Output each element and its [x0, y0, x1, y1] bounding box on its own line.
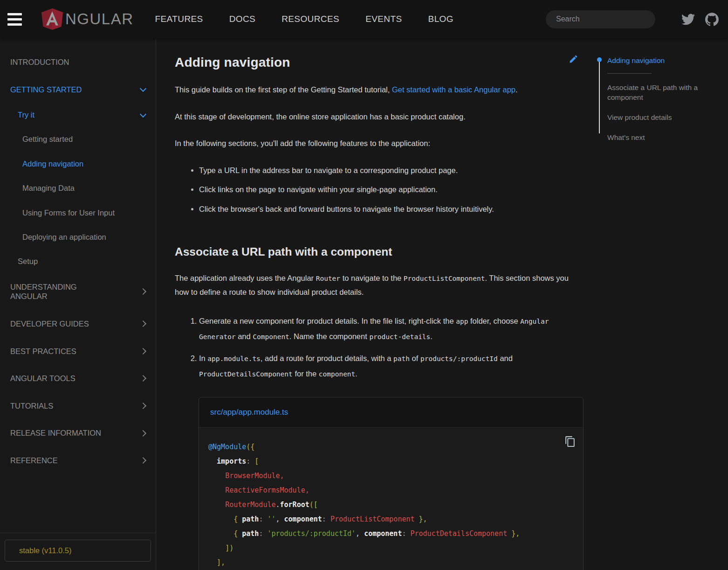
step-item: In app.module.ts, add a route for produc… — [199, 351, 583, 570]
sidebar-item-label: BEST PRACTICES — [10, 347, 76, 356]
hamburger-menu-icon[interactable] — [7, 10, 28, 28]
code-line: @NgModule({ — [208, 440, 574, 454]
inline-code: component — [319, 370, 356, 378]
sidebar-item-label: DEVELOPER GUIDES — [10, 319, 89, 329]
chevron-right-icon — [140, 457, 146, 464]
sidebar-item-release-information[interactable]: RELEASE INFORMATION — [0, 419, 156, 447]
code-line: ]) — [208, 541, 574, 556]
section-intro-paragraph: The application already uses the Angular… — [175, 271, 583, 299]
sidebar-item-developer-guides[interactable]: DEVELOPER GUIDES — [0, 310, 156, 338]
sidebar-item-best-practices[interactable]: BEST PRACTICES — [0, 338, 156, 365]
version-selector[interactable]: stable (v11.0.5) — [5, 540, 151, 562]
nav-link-resources[interactable]: RESOURCES — [282, 14, 339, 24]
chevron-right-icon — [140, 320, 146, 327]
nav-link-blog[interactable]: BLOG — [428, 14, 453, 24]
sidebar-nav: INTRODUCTIONGETTING STARTEDTry itGetting… — [0, 38, 156, 533]
sidebar-item-label: Getting started — [22, 134, 73, 144]
sidebar-item-getting-started[interactable]: Getting started — [0, 127, 156, 152]
top-nav: FEATURESDOCSRESOURCESEVENTSBLOG — [155, 14, 453, 24]
code-line: RouterModule.forRoot([ — [208, 498, 574, 512]
chevron-right-icon — [140, 403, 146, 409]
nav-link-features[interactable]: FEATURES — [155, 14, 203, 24]
main-content: Adding navigation This guide builds on t… — [156, 38, 599, 570]
toc-divider — [607, 73, 652, 74]
intro-paragraph-2: At this stage of development, the online… — [175, 110, 583, 124]
code-line: BrowserModule, — [208, 469, 574, 483]
page-title: Adding navigation — [175, 52, 290, 70]
sidebar-item-label: Using Forms for User Input — [22, 208, 115, 218]
chevron-right-icon — [140, 430, 146, 437]
sidebar-item-angular-tools[interactable]: ANGULAR TOOLS — [0, 365, 156, 392]
inline-code: ProductListComponent — [404, 275, 485, 282]
sidebar-item-using-forms-for-user-input[interactable]: Using Forms for User Input — [0, 201, 156, 225]
inline-code: product-details — [369, 333, 430, 341]
inline-code: products/:productId — [420, 355, 498, 362]
intro-paragraph-1: This guide builds on the first step of t… — [175, 83, 583, 97]
edit-pencil-icon[interactable] — [567, 52, 580, 67]
chevron-right-icon — [140, 348, 146, 355]
toc-item-associate-url[interactable]: Associate a URL path with a component — [607, 83, 723, 103]
code-line: { path: '', component: ProductListCompon… — [208, 512, 574, 527]
code-body: @NgModule({ imports: [ BrowserModule, Re… — [199, 428, 583, 570]
toc-item-whats-next[interactable]: What's next — [607, 133, 723, 143]
nav-link-docs[interactable]: DOCS — [229, 14, 256, 24]
feature-item: Type a URL in the address bar to navigat… — [199, 164, 583, 178]
inline-code: ProductDetailsComponent — [199, 370, 293, 378]
sidebar-item-understanding-angular[interactable]: UNDERSTANDING ANGULAR — [0, 273, 156, 310]
sidebar-item-introduction[interactable]: INTRODUCTION — [0, 49, 156, 76]
github-icon[interactable] — [705, 13, 719, 26]
sidebar: INTRODUCTIONGETTING STARTEDTry itGetting… — [0, 38, 156, 570]
chevron-down-icon — [140, 85, 146, 92]
search-input[interactable] — [546, 10, 655, 28]
steps-list: Generate a new component for product det… — [175, 313, 583, 570]
inline-code: app.module.ts — [207, 355, 261, 362]
code-line: { path: 'products/:productId', component… — [208, 527, 574, 541]
nav-link-events[interactable]: EVENTS — [365, 14, 402, 24]
sidebar-item-label: RELEASE INFORMATION — [10, 428, 101, 438]
intro-paragraph-3: In the following sections, you'll add th… — [175, 136, 583, 151]
code-line: imports: [ — [208, 454, 574, 469]
sidebar-item-try-it[interactable]: Try it — [0, 103, 156, 127]
angular-shield-icon — [40, 7, 64, 31]
section-heading: Associate a URL path with a component — [175, 245, 583, 258]
code-filename: src/app/app.module.ts — [199, 397, 583, 428]
toc-active-dot-icon — [597, 57, 602, 62]
inline-code: Component — [253, 333, 289, 341]
angular-logo[interactable]: NGULAR — [40, 7, 134, 31]
sidebar-item-deploying-an-application[interactable]: Deploying an application — [0, 225, 156, 250]
sidebar-item-label: TUTORIALS — [10, 401, 53, 411]
sidebar-item-label: ANGULAR TOOLS — [10, 374, 76, 383]
sidebar-item-label: UNDERSTANDING ANGULAR — [10, 282, 112, 301]
twitter-icon[interactable] — [681, 13, 695, 26]
inline-link[interactable]: Get started with a basic Angular app — [392, 85, 515, 94]
feature-list: Type a URL in the address bar to navigat… — [175, 164, 583, 216]
sidebar-item-label: Managing Data — [22, 183, 75, 193]
code-line: ], — [208, 556, 574, 570]
sidebar-item-label: Try it — [18, 110, 34, 120]
step-text: Generate a new component for product det… — [199, 317, 549, 341]
sidebar-item-label: REFERENCE — [10, 456, 58, 466]
sidebar-item-adding-navigation[interactable]: Adding navigation — [0, 152, 156, 176]
sidebar-item-label: Adding navigation — [22, 159, 83, 169]
sidebar-item-label: Setup — [18, 257, 38, 266]
table-of-contents: Adding navigation Associate a URL path w… — [599, 38, 728, 570]
sidebar-item-setup[interactable]: Setup — [0, 250, 156, 273]
toc-item-adding-navigation[interactable]: Adding navigation — [607, 56, 723, 66]
chevron-right-icon — [140, 288, 146, 295]
sidebar-item-getting-started[interactable]: GETTING STARTED — [0, 76, 156, 104]
code-line: ReactiveFormsModule, — [208, 483, 574, 498]
chevron-right-icon — [140, 375, 146, 382]
copy-code-icon[interactable] — [563, 434, 577, 451]
inline-code: Router — [316, 275, 340, 282]
top-toolbar: NGULAR FEATURESDOCSRESOURCESEVENTSBLOG — [0, 0, 728, 38]
sidebar-item-managing-data[interactable]: Managing Data — [0, 176, 156, 201]
sidebar-item-tutorials[interactable]: TUTORIALS — [0, 392, 156, 420]
sidebar-item-label: INTRODUCTION — [10, 57, 69, 67]
feature-item: Click links on the page to navigate with… — [199, 183, 583, 197]
code-block: src/app/app.module.ts @NgModule({ import… — [199, 397, 583, 570]
code-content: @NgModule({ imports: [ BrowserModule, Re… — [208, 440, 574, 570]
sidebar-item-reference[interactable]: REFERENCE — [0, 447, 156, 474]
toc-item-view-product-details[interactable]: View product details — [607, 113, 723, 123]
sidebar-footer: stable (v11.0.5) — [0, 533, 156, 570]
brand-text: NGULAR — [65, 10, 134, 28]
